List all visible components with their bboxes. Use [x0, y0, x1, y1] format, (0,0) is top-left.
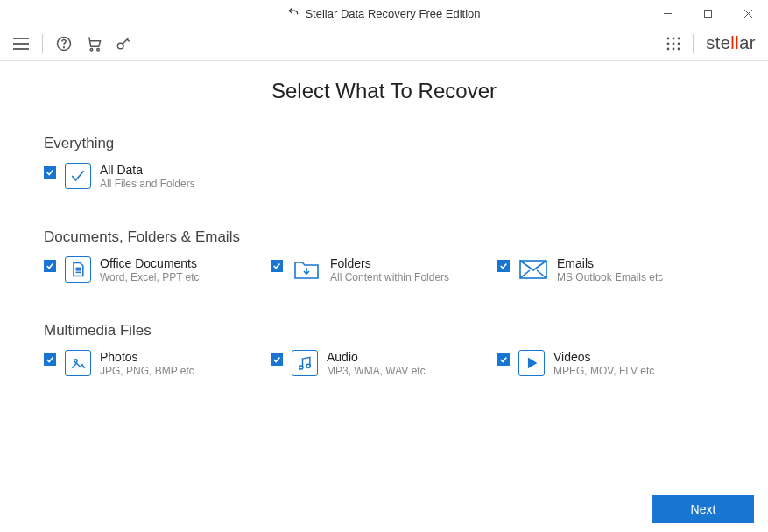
help-icon[interactable]	[55, 35, 73, 52]
music-icon	[292, 350, 318, 376]
svg-point-15	[667, 42, 670, 45]
svg-point-25	[74, 360, 77, 362]
item-title: Folders	[330, 256, 449, 270]
svg-point-9	[90, 48, 93, 50]
svg-point-8	[64, 46, 65, 47]
item-desc: MPEG, MOV, FLV etc	[553, 365, 654, 377]
svg-point-18	[667, 47, 670, 50]
item-title: Videos	[553, 350, 654, 364]
envelope-icon	[518, 256, 548, 283]
item-title: Office Documents	[100, 256, 200, 270]
maximize-button[interactable]	[687, 0, 728, 26]
item-folders: Folders All Content within Folders	[271, 256, 497, 284]
item-audio: Audio MP3, WMA, WAV etc	[271, 350, 497, 377]
item-title: Photos	[100, 350, 194, 364]
svg-point-14	[678, 37, 680, 39]
section-label: Documents, Folders & Emails	[44, 228, 724, 246]
svg-marker-28	[529, 359, 536, 368]
checkbox-videos[interactable]	[497, 354, 510, 366]
checkbox-photos[interactable]	[44, 354, 56, 366]
item-videos: Videos MPEG, MOV, FLV etc	[497, 350, 724, 377]
close-button[interactable]	[728, 0, 768, 26]
toolbar-separator	[42, 34, 43, 53]
svg-rect-1	[704, 10, 711, 17]
svg-point-13	[673, 37, 675, 39]
item-photos: Photos JPG, PNG, BMP etc	[44, 350, 271, 377]
section-everything: Everything All Data All Files and Folder…	[44, 135, 724, 190]
menu-icon[interactable]	[12, 37, 30, 51]
page-title: Select What To Recover	[44, 79, 724, 103]
main-content: Select What To Recover Everything All Da…	[0, 61, 768, 486]
item-title: All Data	[100, 163, 195, 177]
section-label: Multimedia Files	[44, 322, 724, 340]
item-desc: Word, Excel, PPT etc	[100, 271, 200, 284]
svg-point-10	[97, 48, 100, 50]
item-emails: Emails MS Outlook Emails etc	[497, 256, 724, 284]
toolbar: stellar	[0, 26, 768, 61]
minimize-button[interactable]	[647, 0, 687, 26]
all-data-icon	[65, 163, 91, 189]
grid-icon[interactable]	[666, 37, 680, 51]
section-multimedia: Multimedia Files Photos JPG, PNG, BMP et…	[44, 322, 724, 377]
item-title: Emails	[557, 256, 663, 270]
document-icon	[65, 256, 91, 283]
image-icon	[65, 350, 91, 376]
undo-icon	[287, 6, 299, 21]
title-bar: Stellar Data Recovery Free Edition	[0, 0, 768, 26]
item-desc: All Content within Folders	[330, 271, 449, 284]
svg-point-26	[299, 366, 303, 369]
svg-point-19	[673, 47, 675, 50]
key-icon[interactable]	[115, 35, 132, 52]
checkbox-emails[interactable]	[497, 260, 510, 272]
item-desc: MS Outlook Emails etc	[557, 271, 663, 284]
svg-point-12	[667, 37, 670, 39]
item-desc: MP3, WMA, WAV etc	[327, 365, 426, 377]
checkbox-folders[interactable]	[271, 260, 283, 272]
item-all-data: All Data All Files and Folders	[44, 163, 276, 190]
svg-point-27	[306, 364, 310, 368]
section-label: Everything	[44, 135, 724, 152]
checkbox-audio[interactable]	[271, 354, 283, 366]
svg-point-11	[117, 43, 123, 49]
svg-point-17	[678, 42, 680, 45]
section-documents: Documents, Folders & Emails Office Docum…	[44, 228, 724, 284]
item-desc: All Files and Folders	[100, 178, 195, 190]
cart-icon[interactable]	[85, 35, 102, 52]
window-controls	[647, 0, 768, 26]
checkbox-all-data[interactable]	[44, 166, 56, 178]
footer: Next	[0, 486, 768, 532]
svg-point-20	[678, 47, 680, 50]
window-title-wrap: Stellar Data Recovery Free Edition	[287, 6, 480, 21]
next-button[interactable]: Next	[652, 495, 754, 523]
item-office-documents: Office Documents Word, Excel, PPT etc	[44, 256, 271, 284]
item-title: Audio	[327, 350, 426, 364]
item-desc: JPG, PNG, BMP etc	[100, 365, 194, 377]
checkbox-office-documents[interactable]	[44, 260, 56, 272]
brand-logo: stellar	[706, 33, 756, 53]
folder-icon	[292, 256, 321, 283]
toolbar-separator	[693, 34, 694, 53]
play-icon	[518, 350, 545, 376]
window-title: Stellar Data Recovery Free Edition	[305, 7, 480, 20]
svg-point-16	[673, 42, 675, 45]
